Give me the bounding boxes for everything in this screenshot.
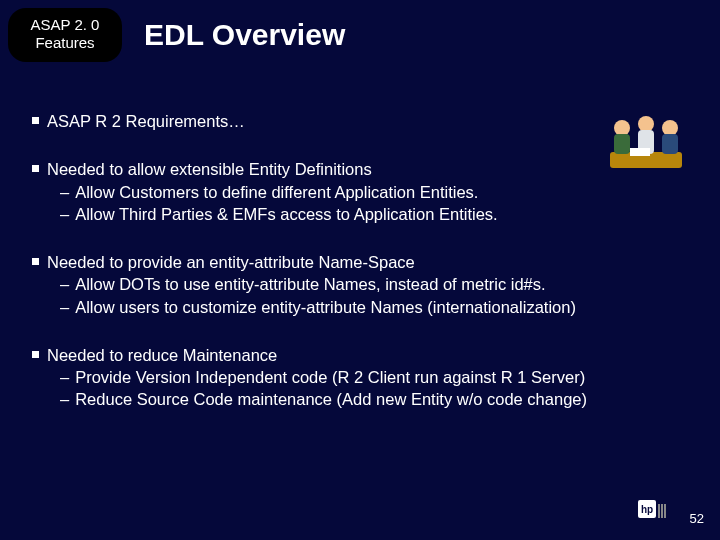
sub-text: Allow users to customize entity-attribut… — [75, 296, 576, 318]
sub-bullet: – Allow Third Parties & EMFs access to A… — [60, 203, 692, 225]
dash-icon: – — [60, 296, 69, 318]
dash-icon: – — [60, 273, 69, 295]
svg-rect-11 — [661, 504, 663, 518]
svg-rect-2 — [614, 134, 630, 154]
sub-text: Allow DOTs to use entity-attribute Names… — [75, 273, 545, 295]
dash-icon: – — [60, 181, 69, 203]
svg-text:hp: hp — [641, 504, 653, 515]
svg-rect-10 — [658, 504, 660, 518]
feature-badge: ASAP 2. 0 Features — [8, 8, 122, 62]
svg-rect-6 — [662, 134, 678, 154]
bullet-item: Needed to reduce Maintenance – Provide V… — [32, 344, 692, 411]
sub-bullet: – Allow DOTs to use entity-attribute Nam… — [60, 273, 692, 295]
sub-bullet: – Allow users to customize entity-attrib… — [60, 296, 692, 318]
bullet-square-icon — [32, 165, 39, 172]
badge-line1: ASAP 2. 0 — [22, 16, 108, 34]
sub-text: Allow Third Parties & EMFs access to App… — [75, 203, 497, 225]
badge-line2: Features — [22, 34, 108, 52]
slide-title: EDL Overview — [144, 18, 345, 52]
meeting-illustration-icon — [600, 108, 692, 176]
bullet-text: Needed to allow extensible Entity Defini… — [47, 158, 372, 180]
svg-point-3 — [638, 116, 654, 132]
svg-rect-12 — [664, 504, 666, 518]
bullet-item: Needed to allow extensible Entity Defini… — [32, 158, 692, 225]
bullet-text: Needed to reduce Maintenance — [47, 344, 277, 366]
sub-text: Allow Customers to define different Appl… — [75, 181, 478, 203]
svg-point-1 — [614, 120, 630, 136]
dash-icon: – — [60, 203, 69, 225]
bullet-item: Needed to provide an entity-attribute Na… — [32, 251, 692, 318]
dash-icon: – — [60, 388, 69, 410]
hp-logo-icon: hp — [638, 498, 668, 526]
dash-icon: – — [60, 366, 69, 388]
sub-text: Provide Version Independent code (R 2 Cl… — [75, 366, 585, 388]
sub-bullet: – Provide Version Independent code (R 2 … — [60, 366, 692, 388]
bullet-square-icon — [32, 258, 39, 265]
bullet-text: ASAP R 2 Requirements… — [47, 110, 245, 132]
sub-text: Reduce Source Code maintenance (Add new … — [75, 388, 587, 410]
page-number: 52 — [690, 511, 704, 526]
svg-rect-7 — [630, 148, 650, 156]
bullet-item: ASAP R 2 Requirements… — [32, 110, 692, 132]
svg-point-5 — [662, 120, 678, 136]
slide-header: ASAP 2. 0 Features EDL Overview — [0, 0, 720, 62]
sub-bullet: – Allow Customers to define different Ap… — [60, 181, 692, 203]
sub-bullet: – Reduce Source Code maintenance (Add ne… — [60, 388, 692, 410]
bullet-text: Needed to provide an entity-attribute Na… — [47, 251, 415, 273]
bullet-square-icon — [32, 351, 39, 358]
bullet-square-icon — [32, 117, 39, 124]
